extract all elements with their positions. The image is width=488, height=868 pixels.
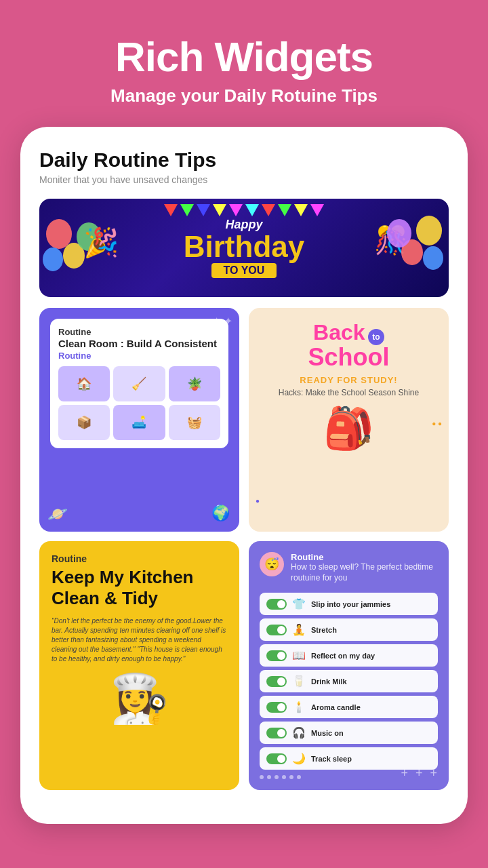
- checklist-label-3: Drink Milk: [311, 677, 431, 686]
- routine-thumb-2: 🧹: [113, 366, 165, 401]
- checklist-icon-0: 👕: [292, 597, 306, 610]
- section-title: Daily Routine Tips: [39, 149, 449, 172]
- toggle-0[interactable]: [266, 599, 287, 610]
- bedtime-desc: How to sleep well? The perfect bedtime r…: [291, 562, 438, 583]
- routine-thumb-1: 🏠: [58, 366, 110, 401]
- checklist-icon-2: 📖: [292, 649, 306, 662]
- checklist-label-6: Track sleep: [311, 755, 431, 763]
- checklist-item[interactable]: 🧘 Stretch: [260, 618, 438, 641]
- toggle-3[interactable]: [266, 676, 287, 687]
- plus-decoration: + + +: [401, 766, 439, 781]
- checklist-label-1: Stretch: [311, 626, 431, 634]
- routine-desc: Clean Room : Build A Consistent: [58, 337, 220, 351]
- school-text: School: [308, 343, 389, 371]
- bedtime-routine-label: Routine: [291, 552, 438, 562]
- routine-thumb-6: 🧺: [169, 405, 220, 440]
- checklist-item[interactable]: 🕯️ Aroma candle: [260, 696, 438, 718]
- banner-flags: [39, 204, 449, 216]
- routine-label: Routine: [58, 327, 220, 337]
- checklist-item[interactable]: 📖 Reflect on my day: [260, 644, 438, 667]
- bedtime-text-block: Routine How to sleep well? The perfect b…: [291, 552, 438, 583]
- bedtime-avatar: 😴: [260, 552, 284, 576]
- school-illustration: 🎒: [323, 404, 374, 452]
- two-col-row-1: ✦ ✦ Routine Clean Room : Build A Consist…: [39, 308, 449, 532]
- page-subtitle: Manage your Daily Rotuine Tips: [27, 85, 461, 106]
- birthday-label: Birthday: [184, 232, 304, 262]
- routine-grid: 🏠 🧹 🪴 📦 🛋️ 🧺: [58, 366, 220, 440]
- kitchen-card: Routine Keep My Kitchen Clean & Tidy "Do…: [39, 541, 239, 790]
- checklist-icon-6: 🌙: [292, 752, 306, 765]
- birthday-banner: 🎉 🎊 Happy Birthday TO YOU: [39, 199, 449, 297]
- checklist-label-5: Music on: [311, 729, 431, 737]
- checklist-item[interactable]: 🥛 Drink Milk: [260, 670, 438, 692]
- routine-inner: Routine Clean Room : Build A Consistent …: [50, 319, 228, 448]
- toggle-5[interactable]: [266, 728, 287, 738]
- checklist-icon-3: 🥛: [292, 675, 306, 688]
- ready-text: READY FOR STUDY!: [300, 375, 397, 385]
- phone-card: Daily Routine Tips Moniter that you have…: [20, 127, 468, 824]
- dots-left: ●: [256, 497, 260, 505]
- back-school-card: Back to School READY FOR STUDY! Hacks: M…: [249, 308, 449, 532]
- birthday-text: Happy Birthday TO YOU: [184, 218, 304, 278]
- checklist-label-4: Aroma candle: [311, 703, 431, 711]
- toggle-2[interactable]: [266, 650, 287, 661]
- toggle-6[interactable]: [266, 753, 287, 764]
- kitchen-quote: "Don't let the perfect be the enemy of t…: [52, 616, 227, 664]
- planet-icon: 🪐: [47, 505, 68, 524]
- section-subtitle: Moniter that you have unsaved changes: [39, 174, 449, 185]
- hacks-text: Hacks: Make the School Season Shine: [279, 388, 419, 397]
- routine-thumb-3: 🪴: [169, 366, 220, 401]
- routine-link[interactable]: Routine: [58, 351, 220, 361]
- kitchen-illustration: 👩‍🍳: [52, 671, 227, 726]
- page-title: Rich Widgets: [27, 34, 461, 80]
- bedtime-header: 😴 Routine How to sleep well? The perfect…: [260, 552, 438, 583]
- checklist-icon-4: 🕯️: [292, 701, 306, 713]
- kitchen-title: Keep My Kitchen Clean & Tidy: [52, 567, 227, 609]
- checklist-label-0: Slip into your jammies: [311, 600, 431, 608]
- bedtime-card: 😴 Routine How to sleep well? The perfect…: [249, 541, 449, 790]
- checklist-label-2: Reflect on my day: [311, 652, 431, 660]
- birthday-to-you: TO YOU: [211, 263, 277, 278]
- toggle-4[interactable]: [266, 702, 287, 713]
- checklist-icon-1: 🧘: [292, 623, 306, 636]
- checklist: 👕 Slip into your jammies 🧘 Stretch 📖 Ref…: [260, 593, 438, 770]
- checklist-icon-5: 🎧: [292, 726, 306, 739]
- toggle-1[interactable]: [266, 625, 287, 635]
- checklist-item[interactable]: 🎧 Music on: [260, 722, 438, 744]
- earth-icon: 🌍: [211, 505, 230, 522]
- header-section: Rich Widgets Manage your Daily Rotuine T…: [0, 0, 488, 127]
- back-school-text: Back to School: [308, 321, 389, 370]
- kitchen-routine-label: Routine: [52, 553, 227, 564]
- dots-right: ● ●: [432, 420, 442, 427]
- two-col-row-2: Routine Keep My Kitchen Clean & Tidy "Do…: [39, 541, 449, 790]
- routine-purple-card: ✦ ✦ Routine Clean Room : Build A Consist…: [39, 308, 239, 532]
- checklist-item[interactable]: 👕 Slip into your jammies: [260, 593, 438, 615]
- back-text: Back: [313, 320, 365, 344]
- routine-thumb-4: 📦: [58, 405, 110, 440]
- routine-thumb-5: 🛋️: [113, 405, 165, 440]
- stars-decoration: ✦ ✦: [212, 315, 232, 328]
